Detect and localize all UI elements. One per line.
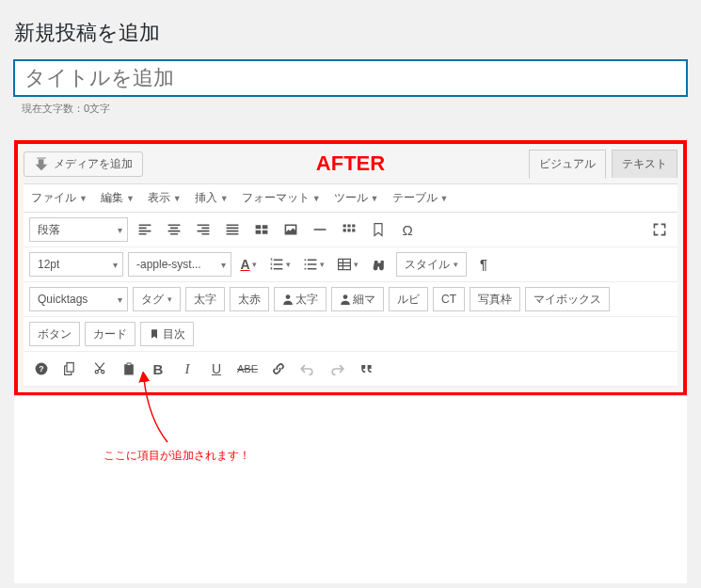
menubar: ファイル▼ 編集▼ 表示▼ 挿入▼ フォーマット▼ ツール▼ テーブル▼ [24, 183, 677, 213]
align-justify-button[interactable] [220, 217, 245, 242]
bookmark-icon [371, 222, 386, 237]
align-center-icon [167, 222, 182, 237]
mybox-button[interactable]: マイボックス [525, 287, 610, 311]
hr-button[interactable] [308, 217, 332, 242]
editor-panel: メディアを追加 AFTER ビジュアル テキスト ファイル▼ 編集▼ 表示▼ 挿… [14, 140, 687, 396]
person-icon [340, 294, 351, 305]
fontfamily-select[interactable]: -apple-syst... [128, 252, 231, 277]
bold-button[interactable]: B [146, 357, 170, 381]
bold-red-button-2[interactable]: 太赤 [230, 287, 269, 311]
redo-icon [329, 361, 344, 376]
undo-icon [300, 361, 315, 376]
textcolor-button[interactable]: A▾ [236, 252, 261, 277]
bookmark-icon [149, 328, 160, 340]
media-icon [34, 156, 49, 171]
ct-button[interactable]: CT [433, 287, 465, 311]
table-icon [337, 257, 352, 272]
menu-insert[interactable]: 挿入▼ [195, 190, 229, 206]
redo-button[interactable] [325, 357, 349, 381]
char-count: 現在文字数：0文字 [22, 102, 687, 116]
undo-button[interactable] [295, 357, 320, 381]
gallery-button[interactable] [249, 217, 274, 242]
italic-button[interactable]: I [175, 357, 199, 381]
clipboard-icon [121, 361, 136, 376]
tab-visual[interactable]: ビジュアル [529, 150, 606, 179]
fullscreen-button[interactable] [647, 217, 672, 242]
paragraph-select[interactable]: 段落 [29, 217, 128, 242]
link-icon [271, 361, 286, 376]
align-right-icon [196, 222, 211, 237]
underline-button[interactable]: U [204, 357, 229, 381]
fullscreen-icon [652, 222, 667, 237]
quicktags-select[interactable]: Quicktags [29, 287, 128, 311]
menu-table[interactable]: テーブル▼ [392, 190, 449, 206]
bookmark-button[interactable] [366, 217, 390, 242]
ruby-button[interactable]: ルビ [389, 287, 428, 311]
cut-button[interactable] [88, 357, 112, 381]
image-button[interactable] [279, 217, 303, 242]
copy-icon [63, 361, 78, 376]
link-button[interactable] [266, 357, 291, 381]
toolbar-toggle-icon [342, 222, 357, 237]
quote-icon [358, 361, 374, 376]
ordered-list-icon [269, 257, 284, 272]
binoculars-icon [372, 257, 387, 272]
fontsize-select[interactable]: 12pt [29, 252, 123, 277]
toolbar-toggle-button[interactable] [337, 217, 361, 242]
svg-text:?: ? [39, 364, 43, 373]
user-bold-button[interactable]: 太字 [274, 287, 327, 311]
card-button[interactable]: カード [85, 322, 135, 346]
align-center-button[interactable] [162, 217, 186, 242]
unordered-list-icon [303, 257, 318, 272]
unordered-list-button[interactable]: ▾ [299, 252, 328, 277]
title-input[interactable] [14, 60, 687, 96]
toolbar-row-2: 12pt -apple-syst... A▾ ▾ ▾ ▾ スタイル ¶ [24, 247, 677, 282]
page-title: 新規投稿を追加 [14, 19, 687, 47]
paste-button[interactable] [117, 357, 141, 381]
strikethrough-button[interactable]: ABE [233, 357, 262, 381]
align-justify-icon [225, 222, 240, 237]
help-button[interactable]: ? [29, 357, 54, 381]
menu-tools[interactable]: ツール▼ [334, 190, 379, 206]
copy-button[interactable] [58, 357, 83, 381]
annotation-after: AFTER [316, 151, 385, 176]
toc-button[interactable]: 目次 [140, 322, 194, 346]
add-media-label: メディアを追加 [54, 156, 133, 172]
align-left-button[interactable] [133, 217, 157, 242]
scissors-icon [92, 361, 107, 376]
find-button[interactable] [367, 252, 391, 277]
svg-point-1 [343, 294, 348, 299]
gallery-icon [254, 222, 269, 237]
align-right-button[interactable] [191, 217, 215, 242]
bold-red-button-1[interactable]: 太字 [185, 287, 225, 311]
toolbar-row-5: ? B I U ABE [24, 352, 677, 387]
image-icon [283, 222, 298, 237]
menu-format[interactable]: フォーマット▼ [242, 190, 321, 206]
style-button[interactable]: スタイル [396, 252, 467, 277]
table-button[interactable]: ▾ [333, 252, 362, 277]
toolbar-row-1: 段落 Ω [24, 213, 677, 247]
ordered-list-button[interactable]: ▾ [265, 252, 295, 277]
blockquote-button[interactable] [354, 357, 378, 381]
user-thin-button[interactable]: 細マ [331, 287, 384, 311]
tab-text[interactable]: テキスト [612, 150, 677, 178]
hr-icon [312, 222, 327, 237]
omega-button[interactable]: Ω [395, 217, 420, 242]
toolbar-row-4: ボタン カード 目次 [24, 317, 677, 352]
tag-button[interactable]: タグ [133, 287, 181, 311]
align-left-icon [137, 222, 152, 237]
photo-frame-button[interactable]: 写真枠 [470, 287, 520, 311]
menu-edit[interactable]: 編集▼ [101, 190, 135, 206]
menu-view[interactable]: 表示▼ [148, 190, 182, 206]
menu-file[interactable]: ファイル▼ [31, 190, 88, 206]
button-button[interactable]: ボタン [29, 322, 80, 346]
editor-canvas[interactable] [14, 395, 687, 583]
svg-point-0 [286, 294, 291, 299]
person-icon [282, 294, 294, 305]
annotation-note: ここに項目が追加されます！ [104, 448, 250, 464]
toolbar-row-3: Quicktags タグ 太字 太赤 太字 細マ ルビ CT 写真枠 マイボック… [24, 282, 677, 317]
pilcrow-button[interactable]: ¶ [471, 252, 496, 277]
add-media-button[interactable]: メディアを追加 [24, 151, 143, 177]
help-icon: ? [34, 361, 49, 376]
